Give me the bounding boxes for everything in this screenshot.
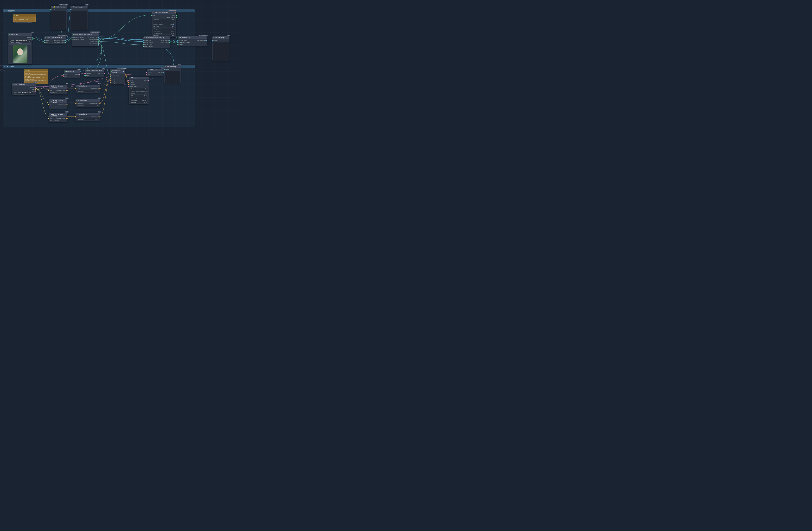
widget-ksampler-seed[interactable]: ◀seed0▶ xyxy=(130,88,148,90)
badge-41: #41 essentials xyxy=(59,4,68,5)
widget-guidance-2[interactable]: ◀guidance3.5▶ xyxy=(76,104,99,106)
node-clip-encode-2[interactable]: CLIP Text Encode (Prompt) clipCONDITIONI… xyxy=(49,99,67,108)
badge-43: #43 xyxy=(65,111,69,113)
chain-icon: 🐰 xyxy=(60,37,62,39)
badge-9: #9 xyxy=(66,83,68,84)
node-preview-image-3[interactable]: Preview Image images xyxy=(164,65,180,84)
badge-34: #34 xyxy=(65,98,69,99)
chain-icon: 🐰 xyxy=(123,71,125,72)
badge-17: #17 Loop-image xyxy=(199,35,208,36)
widget-grow-tapered_corners[interactable]: tapered_cornerstrue xyxy=(153,23,175,25)
port-in-images[interactable] xyxy=(70,9,71,10)
badge-32: #32 Loop-image xyxy=(90,31,100,33)
widget-guidance-1[interactable]: ◀guidance3.5▶ xyxy=(76,90,99,92)
port-in-mask[interactable] xyxy=(44,42,45,43)
widget-image-select[interactable]: ◀image clipspace/clipspace-mask-442167..… xyxy=(9,40,31,42)
port-out-mask[interactable] xyxy=(31,39,33,40)
widget-ksampler-cfg[interactable]: ◀cfg1.0▶ xyxy=(130,94,148,97)
preview-area xyxy=(213,42,229,61)
node-clip-encode-1[interactable]: CLIP Text Encode (Prompt) clipCONDITIONI… xyxy=(49,85,67,94)
prompt-text[interactable]: big green eye xyxy=(49,106,67,108)
node-loop-index-switch[interactable]: Loop Index Switch🐰 default_value iterati… xyxy=(110,69,125,84)
widget-grow-lerp_alpha[interactable]: ◀lerp_alpha1.00▶ xyxy=(153,30,175,32)
widget-grow-blur_radius[interactable]: ◀blur_radius4.1▶ xyxy=(153,28,175,30)
note-loop-control[interactable]: Note 将一个蒙版拆成多个蒙版 xyxy=(13,14,36,22)
node-flux-guidance-2[interactable]: FluxGuidance conditioningCONDITIONING ◀g… xyxy=(75,99,100,107)
node-flux-guidance-1[interactable]: FluxGuidance conditioningCONDITIONING ◀g… xyxy=(75,85,100,93)
node-set-latent-mask[interactable]: Set Latent Noise Mask samplesLATENT mask xyxy=(85,70,104,77)
badge-35: #35 xyxy=(98,98,101,99)
badge-39: #39 Loop-image xyxy=(58,35,67,36)
chain-icon: 🐰 xyxy=(91,34,92,35)
port-out-image[interactable] xyxy=(31,37,33,38)
note-subtitle: Splitting a mask into multiple masks xyxy=(14,22,32,23)
node-batch-loop-open[interactable]: Batch Image Loop Open🐰 segmented_imagesF… xyxy=(72,33,99,46)
node-vae-encode[interactable]: VAE Encode pixelsLATENT vae xyxy=(64,70,80,78)
upload-button[interactable]: upload xyxy=(9,43,31,45)
node-mask-preview[interactable]: ✨Mask Preview mask xyxy=(51,6,67,30)
node-batch-loop-close[interactable]: Batch Image Loop Close🐰 flow_controlresu… xyxy=(143,36,170,48)
help-icon[interactable]: ? xyxy=(175,12,176,14)
widget-ksampler-denoise[interactable]: ◀denoise1.00▶ xyxy=(130,101,148,103)
performance-stats: T: 0.88s I: 0 N: 24[64] V: 85 FPS: 83.93 xyxy=(0,65,5,71)
chain-icon: 🐰 xyxy=(189,37,191,39)
prompt-text[interactable]: open mouth,smile xyxy=(49,119,67,122)
badge-40: #40 xyxy=(85,4,88,5)
node-load-checkpoint[interactable]: Load Checkpoint MODEL CLIP VAE ◀ckpt_nam… xyxy=(12,83,35,95)
widget-grow-expand[interactable]: ◀expand10▶ xyxy=(153,19,175,20)
preview-area xyxy=(51,11,66,30)
node-clip-encode-3[interactable]: CLIP Text Encode (Prompt) clipCONDITIONI… xyxy=(49,113,67,122)
badge-38: #38 KJNodes xyxy=(169,10,176,11)
widget-ksampler-scheduler[interactable]: ◀schedulernormal▶ xyxy=(130,99,148,101)
widget-grow-decay_factor[interactable]: ◀decay_factor1.00▶ xyxy=(153,32,175,34)
widget-grow-flip_input[interactable]: flip_inputfalse xyxy=(153,26,175,27)
widget-ckpt-name[interactable]: ◀ckpt_name flux1/flux1-dev-fp8.safetenso… xyxy=(13,92,34,94)
port-in-mask[interactable] xyxy=(50,9,52,10)
wand-icon: ✨ xyxy=(53,6,55,8)
widget-ksampler-control_after_generate[interactable]: ◀control_after_generatefixed▶ xyxy=(130,90,148,92)
image-thumbnail[interactable] xyxy=(13,45,27,63)
preview-area xyxy=(165,71,180,84)
widget-guidance-3[interactable]: ◀guidance3.5▶ xyxy=(76,118,99,120)
badge-31: #31 Loop-image xyxy=(117,68,127,69)
widget-grow-incremental_expandrate[interactable]: ◀incremental_expandrate0.0▶ xyxy=(153,21,175,23)
badge-12: #12 xyxy=(98,83,101,84)
port-out-seg-images[interactable] xyxy=(65,40,67,41)
badge-36: #36 xyxy=(227,35,230,36)
port-out-seg-masks[interactable] xyxy=(65,42,67,43)
preview-area xyxy=(71,11,87,30)
widget-ksampler-steps[interactable]: ◀steps20▶ xyxy=(130,92,148,94)
port-in-image[interactable] xyxy=(44,40,45,41)
node-load-image[interactable]: Load Image IMAGE MASK ◀image clipspace/c… xyxy=(8,33,32,64)
prompt-text[interactable]: one closed eye xyxy=(49,91,67,94)
node-flux-guidance-3[interactable]: FluxGuidance conditioningCONDITIONING ◀g… xyxy=(75,113,100,121)
badge-42: #42 xyxy=(98,111,101,113)
node-ksampler[interactable]: KSampler modelLATENT positive negative l… xyxy=(129,77,149,104)
chain-icon: 🐰 xyxy=(162,37,164,39)
node-preview-image-1[interactable]: Preview Image images xyxy=(71,6,88,30)
node-grow-mask[interactable]: Grow Mask With Blur? maskmask mask_inver… xyxy=(151,11,176,37)
node-mask-segmentation[interactable]: Mask Segmentation🐰 imagesegmented_images… xyxy=(44,36,66,44)
note2-subtitle: if they were "a picture" being processed… xyxy=(24,81,42,82)
node-vae-decode[interactable]: VAE Decode samplesIMAGE vae xyxy=(147,69,163,76)
widget-ksampler-sampler_name[interactable]: ◀sampler_nameeuler▶ xyxy=(130,97,148,99)
node-preview-image-2[interactable]: Preview Image images xyxy=(213,36,230,61)
node-mask-merge[interactable]: Mask Merge🐰 original_imagemerged_image p… xyxy=(178,36,207,46)
